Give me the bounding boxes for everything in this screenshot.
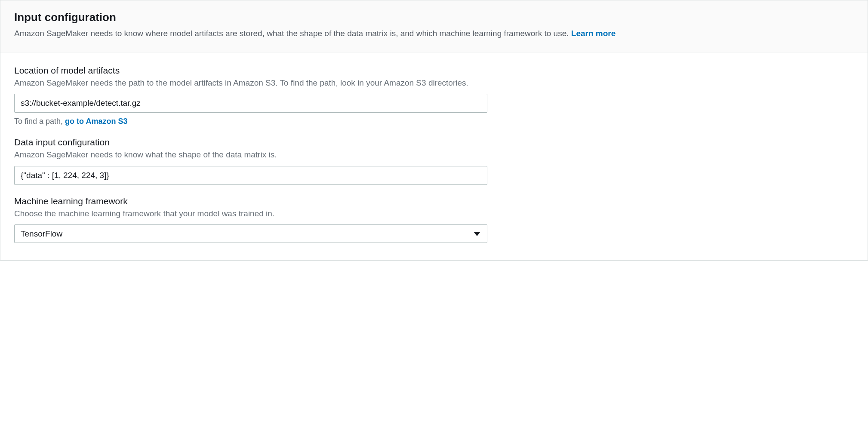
artifacts-helper-text: To find a path, — [14, 117, 65, 126]
panel-subtitle: Amazon SageMaker needs to know where mod… — [14, 28, 854, 40]
panel-header: Input configuration Amazon SageMaker nee… — [0, 0, 868, 52]
artifacts-input[interactable] — [14, 94, 487, 113]
artifacts-hint: Amazon SageMaker needs the path to the m… — [14, 77, 854, 89]
framework-group: Machine learning framework Choose the ma… — [14, 196, 854, 243]
data-input-group: Data input configuration Amazon SageMake… — [14, 137, 854, 185]
framework-hint: Choose the machine learning framework th… — [14, 208, 854, 220]
input-configuration-panel: Input configuration Amazon SageMaker nee… — [0, 0, 868, 261]
panel-subtitle-text: Amazon SageMaker needs to know where mod… — [14, 29, 571, 38]
data-input-hint: Amazon SageMaker needs to know what the … — [14, 149, 854, 161]
panel-title: Input configuration — [14, 11, 854, 24]
data-input-input[interactable] — [14, 166, 487, 185]
framework-select-wrapper: TensorFlow — [14, 224, 487, 243]
artifacts-group: Location of model artifacts Amazon SageM… — [14, 65, 854, 126]
framework-label: Machine learning framework — [14, 196, 854, 206]
panel-body: Location of model artifacts Amazon SageM… — [0, 52, 868, 261]
go-to-s3-link[interactable]: go to Amazon S3 — [65, 117, 127, 126]
framework-select[interactable]: TensorFlow — [14, 224, 487, 243]
artifacts-helper: To find a path, go to Amazon S3 — [14, 117, 854, 126]
data-input-label: Data input configuration — [14, 137, 854, 147]
artifacts-label: Location of model artifacts — [14, 65, 854, 76]
learn-more-link[interactable]: Learn more — [571, 29, 616, 38]
